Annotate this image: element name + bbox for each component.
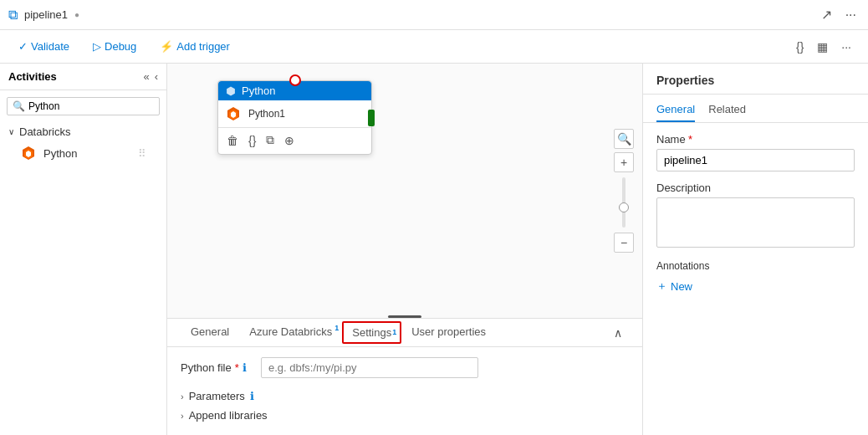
main-content: Activities « ‹ 🔍 ∨ Databricks Python ⠿	[0, 64, 868, 435]
monitor-button[interactable]: ▦	[814, 37, 831, 57]
search-box[interactable]: 🔍	[7, 97, 160, 115]
bottom-panel-indicator	[388, 315, 421, 318]
node-copy-button[interactable]: ⧉	[264, 131, 276, 149]
annotations-label: Annotations	[656, 260, 855, 272]
properties-header: Properties	[643, 64, 868, 95]
tab-settings[interactable]: Settings 1	[342, 321, 401, 344]
validate-button[interactable]: ✓ Validate	[13, 37, 74, 56]
name-required-star: *	[688, 133, 692, 146]
drag-handle-icon: ⠿	[138, 147, 146, 160]
python-file-info-icon[interactable]: ℹ	[243, 361, 247, 374]
description-textarea[interactable]	[656, 197, 855, 248]
validate-label: Validate	[31, 40, 69, 53]
debug-button[interactable]: ▷ Debug	[88, 37, 141, 56]
zoom-out-button[interactable]: −	[614, 233, 634, 253]
append-libraries-arrow-icon: ›	[181, 411, 184, 421]
tab-azure-databricks[interactable]: Azure Databricks 1	[239, 319, 342, 346]
python-activity-label: Python	[43, 147, 77, 160]
validate-icon: ✓	[18, 40, 28, 53]
node-name: Python1	[248, 108, 285, 120]
node-databricks-icon	[225, 105, 242, 122]
add-trigger-button[interactable]: ⚡ Add trigger	[155, 37, 235, 56]
pipeline-title: pipeline1	[24, 8, 68, 21]
properties-title: Properties	[656, 74, 714, 87]
props-tab-general[interactable]: General	[656, 98, 695, 122]
canvas-container: Python Python1 🗑 {} ⧉ ⊕	[167, 64, 642, 435]
node-add-button[interactable]: ⊕	[283, 132, 296, 149]
databricks-category[interactable]: ∨ Databricks	[0, 122, 166, 141]
properties-body: Name * Description Annotations ＋ New	[643, 123, 868, 435]
bottom-panel-collapse-button[interactable]: ∧	[607, 323, 629, 343]
parameters-arrow-icon: ›	[181, 392, 184, 402]
python-activity-item[interactable]: Python ⠿	[0, 141, 166, 165]
sidebar-title: Activities	[8, 70, 57, 83]
python-file-input[interactable]	[261, 357, 478, 378]
zoom-slider-thumb[interactable]	[619, 202, 629, 212]
zoom-slider[interactable]	[622, 177, 625, 228]
chevron-icon[interactable]: ‹	[155, 70, 158, 83]
top-bar: ⧉ pipeline1 ● ↗ ···	[0, 0, 868, 30]
parameters-label: Parameters	[189, 390, 245, 402]
properties-panel: Properties General Related Name * Descri…	[642, 64, 868, 435]
append-libraries-label: Append libraries	[189, 409, 268, 422]
node-actions: 🗑 {} ⧉ ⊕	[218, 127, 371, 154]
bottom-tab-bar: General Azure Databricks 1 Settings 1 Us…	[167, 319, 642, 347]
category-arrow-icon: ∨	[8, 127, 14, 136]
top-bar-right: ↗ ···	[818, 3, 860, 26]
unsaved-dot: ●	[74, 10, 79, 19]
search-icon: 🔍	[13, 100, 25, 112]
debug-label: Debug	[105, 40, 136, 53]
canvas-search-button[interactable]: 🔍	[614, 129, 634, 149]
sidebar-collapse-icons[interactable]: « ‹	[143, 70, 158, 83]
node-connection-dot	[289, 74, 301, 86]
azure-databricks-badge: 1	[334, 324, 339, 332]
parameters-row[interactable]: › Parameters ℹ	[181, 386, 629, 406]
description-label: Description	[656, 182, 855, 194]
add-trigger-label: Add trigger	[176, 40, 230, 53]
python-file-required: *	[235, 361, 239, 374]
canvas-controls: 🔍 + −	[614, 129, 634, 253]
tab-general[interactable]: General	[181, 319, 239, 346]
top-bar-left: ⧉ pipeline1 ●	[8, 8, 79, 23]
databricks-icon	[20, 145, 37, 161]
expand-button[interactable]: ↗	[818, 3, 835, 26]
pipeline-node[interactable]: Python Python1 🗑 {} ⧉ ⊕	[217, 80, 372, 155]
node-success-indicator	[368, 110, 375, 126]
canvas-main[interactable]: Python Python1 🗑 {} ⧉ ⊕	[167, 64, 642, 318]
plus-icon: ＋	[656, 279, 667, 294]
node-type-icon	[225, 85, 237, 97]
new-label: New	[671, 280, 692, 293]
svg-marker-3	[227, 86, 235, 95]
category-label: Databricks	[19, 125, 70, 138]
search-input[interactable]	[28, 100, 154, 112]
name-label: Name *	[656, 133, 855, 146]
bottom-panel: General Azure Databricks 1 Settings 1 Us…	[167, 318, 642, 435]
more-button[interactable]: ···	[838, 37, 855, 57]
zoom-in-button[interactable]: +	[614, 152, 634, 172]
debug-icon: ▷	[93, 40, 101, 53]
pipeline-icon: ⧉	[8, 8, 18, 23]
new-annotation-button[interactable]: ＋ New	[656, 279, 692, 294]
append-libraries-row[interactable]: › Append libraries	[181, 406, 629, 425]
props-tab-related[interactable]: Related	[708, 98, 746, 122]
bottom-content: Python file * ℹ › Parameters ℹ › Append …	[167, 347, 642, 435]
settings-badge: 1	[392, 328, 396, 336]
collapse-left-icon[interactable]: «	[143, 70, 149, 83]
sidebar: Activities « ‹ 🔍 ∨ Databricks Python ⠿	[0, 64, 167, 435]
toolbar-right-buttons: {} ▦ ···	[793, 37, 855, 57]
python-file-row: Python file * ℹ	[181, 357, 629, 378]
toolbar: ✓ Validate ▷ Debug ⚡ Add trigger {} ▦ ··…	[0, 30, 868, 64]
node-body: Python1	[218, 100, 371, 127]
code-button[interactable]: {}	[793, 37, 807, 57]
python-file-label: Python file * ℹ	[181, 361, 248, 374]
node-code-button[interactable]: {}	[247, 132, 258, 149]
name-input[interactable]	[656, 149, 855, 171]
node-type-label: Python	[242, 84, 275, 97]
sidebar-header: Activities « ‹	[0, 64, 166, 90]
node-delete-button[interactable]: 🗑	[225, 132, 240, 149]
parameters-info-icon[interactable]: ℹ	[250, 390, 254, 402]
tab-user-properties[interactable]: User properties	[401, 319, 496, 346]
trigger-icon: ⚡	[160, 40, 173, 53]
properties-tabs: General Related	[643, 95, 868, 123]
top-more-button[interactable]: ···	[842, 4, 860, 26]
